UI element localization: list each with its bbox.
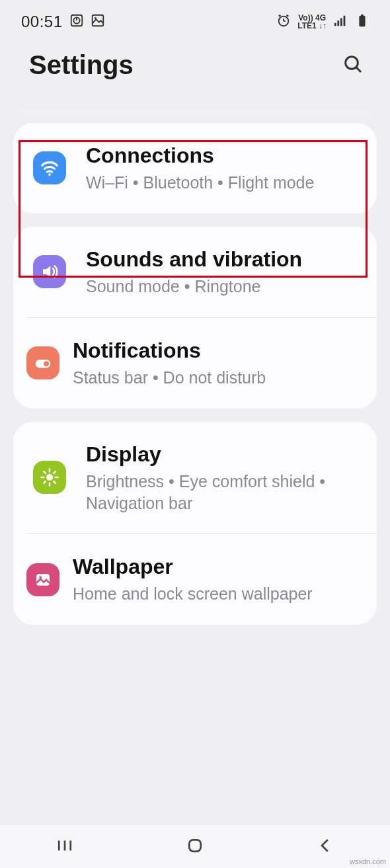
navigation-bar [0, 824, 390, 868]
svg-point-4 [95, 17, 97, 19]
row-title: Connections [86, 143, 357, 168]
row-title: Sounds and vibration [86, 247, 357, 272]
status-bar: 00:51 Vo)) 4G LTE1 ↓↑ [0, 0, 390, 38]
svg-rect-10 [334, 23, 336, 26]
page-title: Settings [29, 50, 134, 80]
svg-rect-13 [344, 16, 346, 26]
svg-line-17 [356, 67, 361, 72]
search-icon [342, 54, 364, 77]
settings-row-display[interactable]: Display Brightness • Eye comfort shield … [13, 422, 377, 533]
row-title: Wallpaper [73, 554, 357, 579]
svg-point-16 [346, 57, 358, 69]
clock-icon [69, 13, 84, 30]
settings-row-wallpaper[interactable]: Wallpaper Home and lock screen wallpaper [26, 533, 377, 625]
svg-rect-14 [359, 16, 365, 26]
nav-home-button[interactable] [169, 834, 221, 860]
image-icon [26, 563, 59, 596]
svg-rect-12 [340, 18, 342, 26]
svg-line-9 [287, 15, 289, 17]
clock: 00:51 [21, 13, 63, 31]
row-subtitle: Home and lock screen wallpaper [73, 583, 357, 605]
svg-line-8 [279, 15, 281, 17]
photo-icon [91, 13, 105, 30]
battery-icon [354, 13, 369, 30]
svg-line-27 [54, 482, 56, 484]
settings-card-1: Sounds and vibration Sound mode • Ringto… [13, 227, 377, 409]
row-title: Notifications [73, 338, 357, 363]
wifi-icon [33, 151, 66, 184]
settings-row-connections[interactable]: Connections Wi–Fi • Bluetooth • Flight m… [13, 123, 377, 214]
svg-rect-35 [189, 840, 201, 851]
search-button[interactable] [338, 51, 368, 80]
svg-line-28 [44, 482, 46, 484]
home-icon [185, 836, 205, 857]
svg-line-26 [44, 472, 46, 474]
alarm-icon [276, 13, 291, 30]
row-title: Display [86, 442, 357, 467]
settings-card-0: Connections Wi–Fi • Bluetooth • Flight m… [13, 123, 377, 214]
settings-row-sounds[interactable]: Sounds and vibration Sound mode • Ringto… [13, 227, 377, 317]
svg-rect-11 [337, 20, 339, 26]
page-header: Settings [0, 38, 390, 110]
svg-point-21 [46, 474, 53, 481]
svg-line-29 [54, 472, 56, 474]
row-subtitle: Brightness • Eye comfort shield • Naviga… [86, 471, 357, 514]
svg-point-20 [44, 361, 49, 366]
network-label: Vo)) 4G LTE1 ↓↑ [297, 14, 327, 30]
nav-back-button[interactable] [299, 834, 352, 860]
svg-point-18 [48, 174, 51, 177]
speaker-icon [33, 255, 66, 288]
svg-point-31 [39, 576, 42, 578]
row-subtitle: Wi–Fi • Bluetooth • Flight mode [86, 172, 357, 194]
back-icon [315, 836, 335, 857]
row-subtitle: Status bar • Do not disturb [73, 367, 357, 389]
notification-toggle-icon [26, 346, 59, 379]
settings-row-notifications[interactable]: Notifications Status bar • Do not distur… [26, 317, 377, 409]
sun-icon [33, 461, 66, 494]
svg-rect-15 [361, 15, 364, 17]
recents-icon [55, 836, 75, 857]
settings-card-2: Display Brightness • Eye comfort shield … [13, 422, 377, 625]
prior-card-shadow [20, 110, 370, 118]
signal-icon [333, 13, 348, 30]
nav-recents-button[interactable] [38, 834, 91, 860]
svg-rect-30 [36, 574, 50, 586]
row-subtitle: Sound mode • Ringtone [86, 276, 357, 297]
